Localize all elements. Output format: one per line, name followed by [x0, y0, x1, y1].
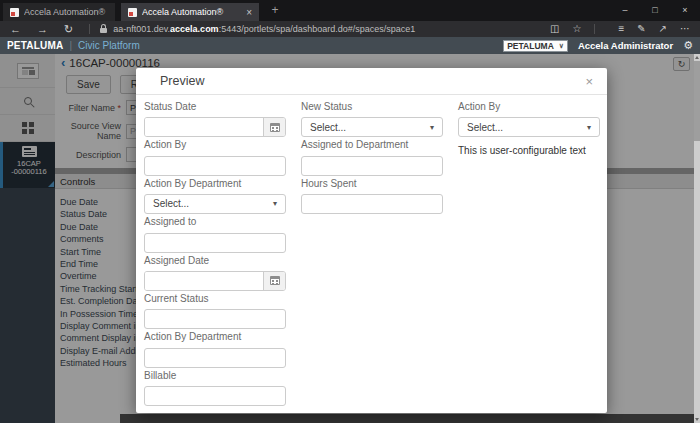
back-icon[interactable]: ←: [10, 24, 21, 35]
browser-tab-bar: Accela Automation® Accela Automation® × …: [0, 0, 700, 21]
calendar-button[interactable]: [263, 272, 285, 290]
action-by-select-field: Action By Select...▾: [458, 101, 600, 137]
gear-icon[interactable]: ⚙: [683, 39, 693, 52]
action-by-department-input[interactable]: [144, 348, 286, 368]
status-date-input[interactable]: [144, 117, 286, 137]
app-header: PETALUMA | Civic Platform PETALUMA∨ Acce…: [0, 37, 700, 54]
preview-modal: Preview × Status Date New Status Select.…: [136, 68, 607, 413]
hub-icon[interactable]: ≡: [618, 24, 624, 34]
chevron-down-icon: ▾: [273, 199, 277, 208]
window-controls: – □ ×: [610, 0, 700, 20]
page-scrollbar[interactable]: [694, 54, 700, 423]
assigned-to-department-input[interactable]: [301, 156, 443, 176]
browser-toolbar-icons: ◫ ☆ ≡ ✎ ↗ ⋯: [537, 24, 690, 34]
calendar-button[interactable]: [263, 118, 285, 136]
accela-favicon: [10, 8, 19, 17]
action-by-label: Action By: [458, 101, 600, 113]
assigned-to-department-label: Assigned to Department: [301, 139, 443, 151]
action-by-department-select-field: Action By Department Select...▾: [144, 178, 286, 215]
divider: [89, 24, 90, 34]
scrollbar-down-icon[interactable]: [695, 418, 699, 421]
new-tab-button[interactable]: +: [265, 3, 285, 21]
new-status-label: New Status: [301, 101, 443, 113]
close-icon[interactable]: ×: [585, 74, 593, 89]
modal-body: Status Date New Status Select...▾ Action…: [136, 95, 607, 406]
assigned-to-label: Assigned to: [144, 216, 599, 228]
status-date-label: Status Date: [144, 101, 286, 113]
refresh-icon[interactable]: ↻: [64, 24, 73, 35]
assigned-date-text[interactable]: [145, 272, 263, 290]
calendar-icon: [270, 123, 280, 132]
window-maximize-icon[interactable]: □: [640, 0, 670, 20]
lock-icon: [100, 28, 107, 33]
action-by-department-select[interactable]: Select...▾: [144, 194, 286, 214]
accela-favicon: [128, 8, 137, 17]
web-note-icon[interactable]: ✎: [637, 24, 645, 34]
new-status-select[interactable]: Select...▾: [301, 117, 443, 137]
agency-select[interactable]: PETALUMA∨: [503, 40, 568, 52]
window-minimize-icon[interactable]: –: [610, 0, 640, 20]
address-bar[interactable]: aa-nft001.dev.accela.com:5443/portlets/s…: [113, 24, 415, 34]
divider: [594, 24, 595, 34]
assigned-date-label: Assigned Date: [144, 255, 599, 267]
assigned-to-department-field: Assigned to Department: [301, 139, 443, 176]
new-status-field: New Status Select...▾: [301, 101, 443, 137]
assigned-date-field: Assigned Date: [144, 255, 599, 291]
chevron-down-icon: ▾: [430, 123, 434, 132]
browser-nav-bar: ← → ↻ aa-nft001.dev.accela.com:5443/port…: [0, 21, 700, 37]
calendar-icon: [270, 276, 280, 285]
modal-header: Preview ×: [136, 68, 607, 95]
browser-tab-active[interactable]: Accela Automation® ×: [121, 3, 259, 21]
assigned-date-input[interactable]: [144, 271, 286, 291]
action-by-label: Action By: [144, 139, 286, 151]
status-date-field: Status Date: [144, 101, 286, 137]
agency-brand: PETALUMA: [7, 40, 63, 51]
hours-spent-input[interactable]: [301, 194, 443, 214]
status-date-text[interactable]: [145, 118, 263, 136]
divider: |: [69, 40, 72, 51]
current-status-label: Current Status: [144, 293, 599, 305]
action-by-text-field: Action By: [144, 139, 286, 176]
billable-field: Billable: [144, 370, 599, 407]
action-by-input[interactable]: [144, 156, 286, 176]
tab-close-icon[interactable]: ×: [246, 7, 252, 18]
tab-title: Accela Automation®: [24, 7, 108, 17]
current-status-field: Current Status: [144, 293, 599, 330]
hours-spent-label: Hours Spent: [301, 178, 443, 190]
billable-label: Billable: [144, 370, 599, 382]
more-options-icon[interactable]: ⋯: [680, 24, 690, 34]
scrollbar-up-icon[interactable]: [695, 56, 699, 59]
product-name-link[interactable]: Civic Platform: [78, 40, 140, 51]
modal-title: Preview: [160, 74, 204, 88]
forward-icon[interactable]: →: [37, 24, 48, 35]
action-by-department-text-field: Action By Department: [144, 331, 599, 368]
assigned-to-field: Assigned to: [144, 216, 599, 253]
user-configurable-text: This is user-configurable text: [458, 139, 600, 178]
current-status-input[interactable]: [144, 309, 286, 329]
billable-input[interactable]: [144, 386, 286, 406]
share-icon[interactable]: ↗: [659, 24, 667, 34]
chevron-down-icon: ∨: [559, 42, 564, 50]
action-by-department-label: Action By Department: [144, 178, 286, 190]
reading-view-icon[interactable]: ◫: [550, 24, 559, 34]
window-close-icon[interactable]: ×: [670, 0, 700, 20]
chevron-down-icon: ▾: [587, 123, 591, 132]
browser-tab[interactable]: Accela Automation®: [3, 3, 115, 21]
tab-title: Accela Automation®: [142, 7, 242, 17]
scrollbar-thumb[interactable]: [694, 61, 700, 141]
action-by-department-label: Action By Department: [144, 331, 599, 343]
action-by-select[interactable]: Select...▾: [458, 117, 600, 137]
user-name[interactable]: Accela Administrator: [578, 40, 673, 51]
favorites-star-icon[interactable]: ☆: [572, 24, 581, 34]
hours-spent-field: Hours Spent: [301, 178, 443, 215]
assigned-to-input[interactable]: [144, 233, 286, 253]
